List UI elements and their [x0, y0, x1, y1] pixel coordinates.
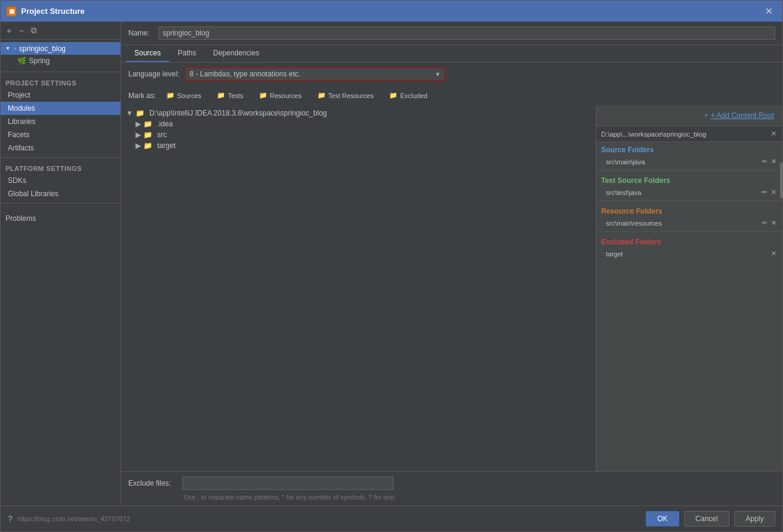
- tree-item-spring[interactable]: 🌿 Spring: [1, 55, 120, 67]
- tests-folder-icon: 📁: [217, 91, 225, 99]
- resource-folder-remove-0[interactable]: ✕: [770, 218, 778, 227]
- sidebar-item-modules[interactable]: Modules: [1, 102, 120, 115]
- plus-icon: +: [704, 111, 708, 120]
- test-resources-folder-icon: 📁: [317, 91, 326, 99]
- excluded-folders-title: Excluded Folders: [596, 234, 782, 248]
- excluded-folder-remove-0[interactable]: ✕: [770, 249, 778, 258]
- test-source-folder-entry-0: src\test\java ✏ ✕: [596, 187, 782, 198]
- tree-arrow-expand: ▼: [5, 46, 11, 51]
- file-tree-item-target[interactable]: ▶ 📁 target: [121, 140, 596, 151]
- main-content: + − ⧉ ▼ ▪ springioc_blog 🌿 Spring Projec…: [1, 22, 782, 506]
- remove-module-button[interactable]: −: [16, 25, 26, 37]
- tab-dependencies[interactable]: Dependencies: [205, 45, 268, 62]
- add-module-button[interactable]: +: [4, 25, 14, 37]
- sidebar-item-sdks[interactable]: SDKs: [1, 174, 120, 187]
- mark-sources-button[interactable]: 📁 Sources: [161, 89, 207, 102]
- mark-excluded-button[interactable]: 📁 Excluded: [384, 89, 432, 102]
- tab-paths[interactable]: Paths: [169, 45, 205, 62]
- bottom-section: Exclude files: Use ; to separate name pa…: [121, 471, 782, 506]
- mark-resources-button[interactable]: 📁 Resources: [254, 89, 307, 102]
- root-expand-arrow: ▼: [126, 109, 133, 117]
- close-button[interactable]: ✕: [761, 4, 776, 18]
- footer: ? https://blog.csdn.net/weixin_43797872 …: [1, 506, 782, 531]
- add-content-root-row: + + Add Content Root: [596, 105, 782, 126]
- footer-url: https://blog.csdn.net/weixin_43797872: [17, 515, 641, 522]
- content-area: ▼ 📁 D:\app\IntelliJ IDEA 2018.3.6\worksp…: [121, 105, 782, 471]
- test-source-folder-path-0: src\test\java: [606, 189, 761, 196]
- root-folder-icon: 📁: [136, 109, 145, 117]
- cancel-button[interactable]: Cancel: [684, 511, 729, 527]
- exclude-files-label: Exclude files:: [128, 479, 176, 487]
- module-folder-icon: ▪: [14, 44, 17, 53]
- exclude-files-hint: Use ; to separate name patterns, * for a…: [128, 493, 775, 501]
- target-folder-icon: 📁: [143, 141, 152, 150]
- src-name: src: [157, 131, 167, 139]
- content-root-path: D:\app\...\workspace\springioc_blog: [601, 131, 706, 138]
- file-tree-item-src[interactable]: ▶ 📁 src: [121, 129, 596, 140]
- project-structure-dialog: ▣ Project Structure ✕ + − ⧉ ▼ ▪ springio…: [0, 0, 783, 532]
- sidebar-item-facets[interactable]: Facets: [1, 128, 120, 141]
- file-tree-item-idea[interactable]: ▶ 📁 .idea: [121, 119, 596, 129]
- src-folder-icon: 📁: [143, 131, 152, 139]
- mark-as-row: Mark as: 📁 Sources 📁 Tests 📁 Resources: [121, 85, 782, 105]
- resource-folder-path-0: src\main\resources: [606, 220, 761, 227]
- problems-section[interactable]: Problems: [1, 211, 120, 226]
- test-source-folders-title: Test Source Folders: [596, 173, 782, 187]
- sidebar-item-libraries[interactable]: Libraries: [1, 115, 120, 128]
- source-folder-edit-0[interactable]: ✏: [761, 157, 769, 166]
- sources-folder-icon: 📁: [166, 91, 175, 99]
- mark-test-resources-button[interactable]: 📁 Test Resources: [312, 89, 379, 102]
- resources-folder-icon: 📁: [259, 91, 267, 99]
- tab-sources[interactable]: Sources: [126, 45, 169, 62]
- right-panel: Name: Sources Paths Dependencies La: [121, 22, 782, 506]
- exclude-files-input[interactable]: [182, 477, 393, 490]
- resource-folder-entry-0: src\main\resources ✏ ✕: [596, 217, 782, 229]
- source-folder-actions-0: ✏ ✕: [761, 157, 778, 166]
- mark-as-label: Mark as:: [128, 91, 156, 100]
- exclude-files-row: Exclude files:: [128, 477, 775, 490]
- sidebar-item-project[interactable]: Project: [1, 88, 120, 102]
- excluded-folder-icon: 📁: [389, 91, 398, 99]
- ok-button[interactable]: OK: [646, 511, 679, 527]
- target-name: target: [157, 141, 176, 150]
- copy-module-button[interactable]: ⧉: [28, 24, 39, 37]
- tree-item-springioc-blog[interactable]: ▼ ▪ springioc_blog: [1, 42, 120, 55]
- name-row: Name:: [121, 22, 782, 45]
- tab-content-sources: Language level: 8 - Lambdas, type annota…: [121, 63, 782, 506]
- apply-button[interactable]: Apply: [734, 511, 775, 527]
- resource-folder-edit-0[interactable]: ✏: [761, 218, 769, 227]
- excluded-folder-path-0: target: [606, 250, 770, 258]
- help-button[interactable]: ?: [8, 514, 13, 524]
- add-content-root-button[interactable]: + + Add Content Root: [700, 109, 778, 122]
- project-settings-header: Project Settings: [1, 75, 120, 88]
- sidebar-item-artifacts[interactable]: Artifacts: [1, 141, 120, 155]
- name-input[interactable]: [158, 26, 775, 40]
- source-folders-title: Source Folders: [596, 142, 782, 156]
- src-expand-arrow: ▶: [136, 131, 141, 139]
- sidebar: + − ⧉ ▼ ▪ springioc_blog 🌿 Spring Projec…: [1, 22, 121, 506]
- idea-folder-icon: 📁: [143, 120, 152, 128]
- title-bar-left: ▣ Project Structure: [7, 7, 84, 16]
- language-select[interactable]: 8 - Lambdas, type annotations etc.: [186, 67, 445, 81]
- test-source-folder-edit-0[interactable]: ✏: [761, 188, 769, 197]
- name-label: Name:: [128, 29, 152, 37]
- spring-icon: 🌿: [17, 57, 27, 65]
- module-tree: ▼ ▪ springioc_blog 🌿 Spring: [1, 40, 120, 69]
- file-tree-panel: ▼ 📁 D:\app\IntelliJ IDEA 2018.3.6\worksp…: [121, 105, 596, 471]
- content-root-details: Source Folders src\main\java ✏ ✕ Test: [596, 142, 782, 471]
- dialog-title: Project Structure: [21, 7, 84, 16]
- title-bar: ▣ Project Structure ✕: [1, 1, 782, 22]
- content-root-close-button[interactable]: ✕: [770, 129, 778, 138]
- scrollbar-thumb: [780, 162, 782, 199]
- source-folder-remove-0[interactable]: ✕: [770, 157, 778, 166]
- mark-tests-button[interactable]: 📁 Tests: [211, 89, 249, 102]
- sidebar-item-global-libraries[interactable]: Global Libraries: [1, 187, 120, 200]
- file-tree-root[interactable]: ▼ 📁 D:\app\IntelliJ IDEA 2018.3.6\worksp…: [121, 108, 596, 119]
- spring-label: Spring: [29, 57, 50, 65]
- module-name: springioc_blog: [19, 45, 66, 53]
- app-icon: ▣: [7, 7, 16, 16]
- idea-expand-arrow: ▶: [136, 120, 141, 128]
- resource-folders-title: Resource Folders: [596, 203, 782, 217]
- test-source-folder-remove-0[interactable]: ✕: [770, 188, 778, 197]
- source-folder-entry-0: src\main\java ✏ ✕: [596, 156, 782, 167]
